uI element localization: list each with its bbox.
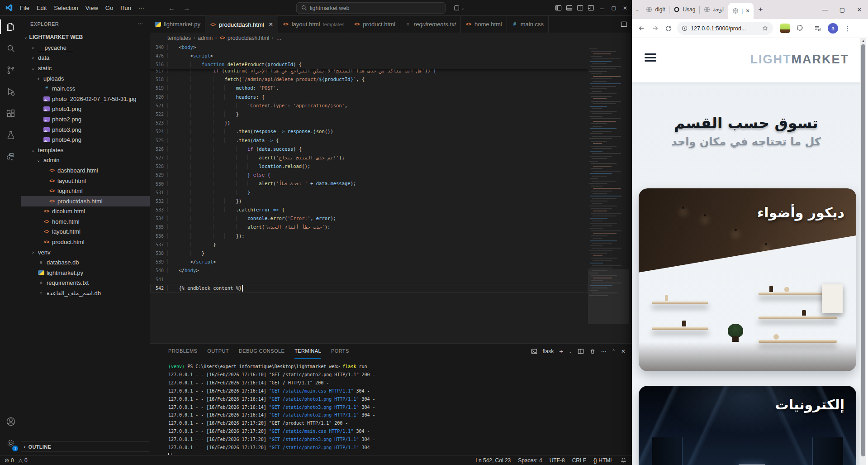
page-scrollbar[interactable] <box>860 38 866 465</box>
panel-tab-problems[interactable]: PROBLEMS <box>168 344 197 359</box>
toggle-panel-icon[interactable] <box>566 5 573 11</box>
media-playlist-icon[interactable] <box>814 24 822 33</box>
panel-tab-terminal[interactable]: TERMINAL <box>294 344 321 359</box>
settings-gear-icon[interactable]: 1 <box>0 432 21 454</box>
activity-testing-icon[interactable] <box>0 125 21 146</box>
file-row[interactable]: photo1.png <box>21 104 150 115</box>
panel-more-icon[interactable]: ⋯ <box>601 348 607 355</box>
command-center-search[interactable]: lightmarket web <box>296 2 446 14</box>
timeline-section[interactable]: ›TIMELINE <box>21 451 150 455</box>
status-item[interactable]: {} HTML <box>593 457 613 464</box>
status-item[interactable]: CRLF <box>572 457 586 464</box>
file-row[interactable]: <>layout.html <box>21 176 150 186</box>
editor-tab-requirements.txt[interactable]: ≡requirements.txt <box>400 16 461 33</box>
activity-source-control-icon[interactable] <box>0 59 21 81</box>
maximize-icon[interactable]: ▢ <box>610 5 618 11</box>
site-info-icon[interactable] <box>682 25 688 31</box>
panel-tab-ports[interactable]: PORTS <box>331 344 349 359</box>
code-line-476[interactable]: 476 <script> <box>150 52 588 60</box>
forward-icon[interactable] <box>648 22 662 35</box>
editor-tab-layout.html[interactable]: <>layout.htmltemplates <box>278 16 350 33</box>
code-line-531[interactable]: 531 } <box>150 188 588 197</box>
menu-run[interactable]: Run <box>117 5 135 11</box>
file-row[interactable]: ›data <box>21 53 150 63</box>
address-bar[interactable]: 127.0.0.1:5000/prod... <box>677 22 773 35</box>
scrollbar-up-icon[interactable]: ▲ <box>860 39 866 44</box>
browser-maximize-icon[interactable]: ▢ <box>834 0 851 19</box>
file-row[interactable]: #main.css <box>21 83 150 94</box>
file-row[interactable]: photo4.png <box>21 134 150 145</box>
code-line-521[interactable]: 521 'Content-Type': 'application/json', <box>150 101 588 110</box>
code-line-516[interactable]: 516 function deleteProduct(productId) { <box>150 60 588 69</box>
warnings-icon[interactable]: △ <box>19 457 23 464</box>
status-item[interactable]: UTF-8 <box>550 457 565 464</box>
status-item[interactable]: Spaces: 4 <box>518 457 542 464</box>
toggle-sidebar-icon[interactable] <box>555 5 562 11</box>
status-item[interactable]: Ln 542, Col 23 <box>475 457 511 464</box>
file-row[interactable]: ⌄static <box>21 63 150 73</box>
new-tab-icon[interactable]: + <box>754 5 767 14</box>
menu-view[interactable]: View <box>82 5 102 11</box>
history-back-icon[interactable]: ← <box>164 4 179 12</box>
close-tab-icon[interactable]: ✕ <box>269 21 273 28</box>
code-line-527[interactable]: 527 alert('تم حذف المنتج بنجاح!'); <box>150 153 588 162</box>
browser-tab-active[interactable]: |✕ <box>728 3 754 19</box>
terminal-output[interactable]: (venv) PS C:\Users\expert informatique\D… <box>168 363 375 460</box>
file-row[interactable]: ⌄templates <box>21 145 150 155</box>
category-card-decor[interactable]: ديكور وأضواء <box>639 188 856 371</box>
breadcrumb[interactable]: templates›admin›<>productdash.html›… <box>150 33 632 43</box>
code-line-541[interactable]: 541 <box>150 275 588 284</box>
code-line-525[interactable]: 525 .then(data => { <box>150 136 588 145</box>
close-panel-icon[interactable]: ✕ <box>621 348 626 355</box>
toggle-secondary-sidebar-icon[interactable] <box>577 5 583 11</box>
code-line-536[interactable]: 536 }); <box>150 232 588 240</box>
file-row[interactable]: photo2.png <box>21 114 150 125</box>
code-line-533[interactable]: 533 .catch(error => { <box>150 206 588 214</box>
code-line-535[interactable]: 535 alert('حدث خطأ أثناء الحذف'); <box>150 223 588 231</box>
tab-search-icon[interactable]: ⌄ <box>632 7 642 12</box>
maximize-panel-icon[interactable]: ⌃ <box>612 349 616 354</box>
editor-tab-productdash.html[interactable]: <>productdash.html✕ <box>205 16 278 33</box>
code-line-530[interactable]: 530 alert('حدث خطأ: ' + data.message); <box>150 179 588 188</box>
code-line-532[interactable]: 532 }) <box>150 197 588 206</box>
browser-close-icon[interactable]: ✕ <box>851 0 868 19</box>
activity-extensions-icon[interactable] <box>0 103 21 125</box>
hamburger-menu-icon[interactable] <box>645 53 656 62</box>
file-row[interactable]: <>dicolum.html <box>21 206 150 217</box>
file-row[interactable]: ›uploads <box>21 73 150 84</box>
activity-run-debug-icon[interactable] <box>0 81 21 103</box>
minimize-icon[interactable]: – <box>598 5 606 12</box>
menu-edit[interactable]: Edit <box>33 5 50 11</box>
code-line-529[interactable]: 529 } else { <box>150 171 588 179</box>
panel-tab-debug-console[interactable]: DEBUG CONSOLE <box>239 344 285 359</box>
file-row[interactable]: <>productdash.html <box>21 196 150 206</box>
browser-tab[interactable]: لوحة <box>700 3 728 16</box>
outline-section[interactable]: ›OUTLINE <box>21 441 150 451</box>
profile-avatar[interactable]: a <box>828 23 838 34</box>
back-icon[interactable] <box>635 22 648 35</box>
activity-search-icon[interactable] <box>0 38 21 59</box>
file-row[interactable]: ≡اسم_ملف_القاعدة.db <box>21 288 150 298</box>
file-row[interactable]: photo3.png <box>21 125 150 135</box>
code-line-518[interactable]: 518 fetch(`/admin/api/delete-product/${p… <box>150 75 588 84</box>
menu-file[interactable]: File <box>16 5 33 11</box>
code-line-520[interactable]: 520 headers: { <box>150 93 588 101</box>
code-line-537[interactable]: 537 } <box>150 240 588 249</box>
activity-python-icon[interactable] <box>0 146 21 168</box>
history-forward-icon[interactable]: → <box>179 4 194 12</box>
browser-tab[interactable]: Usag <box>669 3 699 16</box>
activity-explorer-icon[interactable] <box>0 16 21 38</box>
code-line-524[interactable]: 524 .then(response => response.json()) <box>150 127 588 136</box>
menu-go[interactable]: Go <box>102 5 117 11</box>
code-line-522[interactable]: 522 } <box>150 110 588 119</box>
file-row[interactable]: <>layout.html <box>21 227 150 237</box>
menu-⋯[interactable]: ⋯ <box>135 5 148 11</box>
bookmark-star-icon[interactable] <box>762 25 768 32</box>
browser-minimize-icon[interactable]: — <box>816 0 834 19</box>
code-line-539[interactable]: 539 </script> <box>150 258 588 266</box>
file-row[interactable]: ⌄admin <box>21 155 150 166</box>
menu-selection[interactable]: Selection <box>50 5 81 11</box>
account-icon[interactable] <box>0 411 21 432</box>
editor-tab-product.html[interactable]: <>product.html <box>349 16 400 33</box>
code-line-340[interactable]: 340 <body> <box>150 43 588 52</box>
